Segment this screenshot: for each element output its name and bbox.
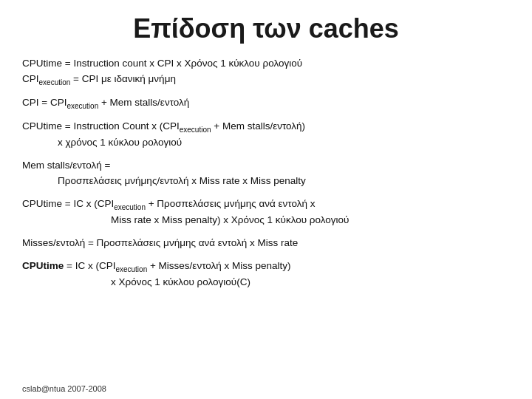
page: Επίδοση των caches CPUtime = Instruction… — [0, 0, 532, 399]
line-4a: Mem stalls/εντολή = — [22, 160, 110, 171]
block-4: Mem stalls/εντολή = Προσπελάσεις μνήμης/… — [22, 158, 510, 189]
block-6: Misses/εντολή = Προσπελάσεις μνήμης ανά … — [22, 236, 510, 251]
line-1b: CPIexecution = CPI με ιδανική μνήμη — [22, 73, 176, 84]
block-7: CPUtime = IC x (CPIexecution + Misses/εν… — [22, 259, 510, 290]
footer: cslab@ntua 2007-2008 — [22, 384, 106, 393]
line-4b: Προσπελάσεις μνήμης/εντολή x Miss rate x… — [58, 175, 306, 186]
line-6: Misses/εντολή = Προσπελάσεις μνήμης ανά … — [22, 237, 298, 248]
line-3b: x χρόνος 1 κύκλου ρολογιού — [58, 137, 182, 148]
line-7a: CPUtime = IC x (CPIexecution + Misses/εν… — [22, 260, 291, 271]
page-title: Επίδοση των caches — [22, 13, 510, 44]
line-2: CPI = CPIexecution + Mem stalls/εντολή — [22, 97, 189, 108]
block-2: CPI = CPIexecution + Mem stalls/εντολή — [22, 95, 510, 112]
line-7b: x Χρόνος 1 κύκλου ρολογιού(C) — [111, 276, 250, 287]
block-1: CPUtime = Instruction count x CPI x Χρόν… — [22, 56, 510, 88]
line-1a: CPUtime = Instruction count x CPI x Χρόν… — [22, 58, 302, 69]
block-5: CPUtime = IC x (CPIexecution + Προσπελάσ… — [22, 197, 510, 228]
block-3: CPUtime = Instruction Count x (CPIexecut… — [22, 119, 510, 151]
line-3a: CPUtime = Instruction Count x (CPIexecut… — [22, 120, 305, 132]
line-5b: Miss rate x Miss penalty) x Χρόνος 1 κύκ… — [111, 214, 349, 225]
line-5a: CPUtime = IC x (CPIexecution + Προσπελάσ… — [22, 198, 316, 209]
